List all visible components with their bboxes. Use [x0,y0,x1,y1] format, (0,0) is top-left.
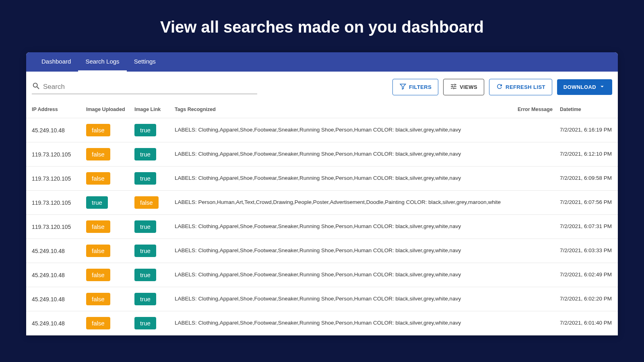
cell-uploaded: false [86,293,134,305]
table-row[interactable]: 45.249.10.48falsetrueLABELS: Clothing,Ap… [26,263,618,287]
cell-link: true [134,245,175,257]
uploaded-badge: false [86,172,110,185]
cell-datetime: 7/2/2021, 6:07:56 PM [560,199,612,206]
cell-datetime: 7/2/2021, 6:02:49 PM [560,271,612,278]
link-badge: false [134,196,159,209]
filters-label: FILTERS [409,84,431,90]
tab-search-logs[interactable]: Search Logs [78,52,126,72]
cell-link: true [134,293,175,305]
cell-datetime: 7/2/2021, 6:07:31 PM [560,223,612,230]
refresh-icon [496,83,503,91]
cell-uploaded: false [86,317,134,329]
link-badge: true [134,293,156,305]
refresh-label: REFRESH LIST [506,84,545,90]
cell-ip: 119.73.120.105 [32,200,86,206]
table-row[interactable]: 45.249.10.48falsetrueLABELS: Clothing,Ap… [26,118,618,142]
cell-ip: 119.73.120.105 [32,175,86,182]
uploaded-badge: false [86,293,110,305]
cell-datetime: 7/2/2021, 6:12:10 PM [560,150,612,158]
link-badge: true [134,172,156,185]
uploaded-badge: false [86,317,110,329]
cell-ip: 119.73.120.105 [32,224,86,230]
download-button[interactable]: DOWNLOAD [557,79,612,95]
uploaded-badge: false [86,245,110,257]
link-badge: true [134,124,156,136]
uploaded-badge: false [86,269,110,281]
filter-icon [399,83,407,91]
table-row[interactable]: 119.73.120.105truefalseLABELS: Person,Hu… [26,191,618,215]
views-label: VIEWS [460,84,477,90]
table-row[interactable]: 45.249.10.48falsetrueLABELS: Clothing,Ap… [26,287,618,311]
cell-ip: 45.249.10.48 [32,127,86,134]
link-badge: true [134,220,156,233]
cell-datetime: 7/2/2021, 6:01:40 PM [560,319,612,327]
cell-uploaded: false [86,172,134,185]
cell-tags: LABELS: Clothing,Apparel,Shoe,Footwear,S… [175,126,518,134]
filters-button[interactable]: FILTERS [392,79,438,95]
dashboard-card: Dashboard Search Logs Settings FILTERS V… [26,52,618,335]
cell-ip: 45.249.10.48 [32,296,86,302]
search-input[interactable] [43,83,257,91]
refresh-button[interactable]: REFRESH LIST [489,79,552,95]
table-row[interactable]: 119.73.120.105falsetrueLABELS: Clothing,… [26,142,618,167]
search-icon [32,82,43,92]
svg-marker-0 [400,84,406,89]
link-badge: true [134,317,156,329]
cell-tags: LABELS: Clothing,Apparel,Shoe,Footwear,S… [175,247,518,254]
cell-uploaded: false [86,148,134,160]
uploaded-badge: false [86,124,110,136]
cell-link: true [134,172,175,185]
toolbar: FILTERS VIEWS REFRESH LIST DOWNLOAD [26,72,618,101]
col-tags[interactable]: Tags Recognized [175,105,518,114]
download-label: DOWNLOAD [564,84,596,90]
col-datetime[interactable]: Datetime [560,105,612,114]
table-row[interactable]: 45.249.10.48falsetrueLABELS: Clothing,Ap… [26,239,618,263]
link-badge: true [134,148,156,160]
cell-tags: LABELS: Clothing,Apparel,Shoe,Footwear,S… [175,175,518,182]
col-error[interactable]: Error Message [518,105,560,114]
search-logs-table: IP Address Image Uploaded Image Link Tag… [26,101,618,335]
cell-tags: LABELS: Clothing,Apparel,Shoe,Footwear,S… [175,271,518,278]
table-row[interactable]: 119.73.120.105falsetrueLABELS: Clothing,… [26,167,618,191]
dropdown-icon [599,83,606,91]
cell-datetime: 7/2/2021, 6:09:58 PM [560,175,612,182]
cell-uploaded: false [86,269,134,281]
cell-ip: 45.249.10.48 [32,320,86,327]
tab-bar: Dashboard Search Logs Settings [26,52,618,72]
link-badge: true [134,245,156,257]
table-row[interactable]: 45.249.10.48falsetrueLABELS: Clothing,Ap… [26,311,618,335]
cell-datetime: 7/2/2021, 6:03:33 PM [560,247,612,254]
cell-datetime: 7/2/2021, 6:16:19 PM [560,126,612,134]
views-button[interactable]: VIEWS [443,79,484,95]
tab-dashboard[interactable]: Dashboard [34,52,78,72]
cell-tags: LABELS: Clothing,Apparel,Shoe,Footwear,S… [175,319,518,327]
uploaded-badge: false [86,148,110,160]
cell-link: true [134,269,175,281]
cell-link: true [134,220,175,233]
uploaded-badge: false [86,220,110,233]
col-ip[interactable]: IP Address [32,105,86,114]
page-title: View all searches made on you dashboard [0,0,644,52]
cell-datetime: 7/2/2021, 6:02:20 PM [560,295,612,302]
cell-ip: 119.73.120.105 [32,151,86,158]
table-row[interactable]: 119.73.120.105falsetrueLABELS: Clothing,… [26,215,618,239]
cell-uploaded: false [86,245,134,257]
col-uploaded[interactable]: Image Uploaded [86,105,134,114]
link-badge: true [134,269,156,281]
cell-link: true [134,124,175,136]
col-link[interactable]: Image Link [134,105,175,114]
cell-tags: LABELS: Clothing,Apparel,Shoe,Footwear,S… [175,223,518,230]
table-header: IP Address Image Uploaded Image Link Tag… [26,101,618,118]
search-field[interactable] [32,80,257,94]
tab-settings[interactable]: Settings [127,52,163,72]
cell-ip: 45.249.10.48 [32,248,86,254]
cell-uploaded: false [86,220,134,233]
cell-link: false [134,196,175,209]
cell-uploaded: true [86,196,134,209]
uploaded-badge: true [86,196,108,209]
cell-uploaded: false [86,124,134,136]
cell-link: true [134,148,175,160]
cell-link: true [134,317,175,329]
cell-tags: LABELS: Clothing,Apparel,Shoe,Footwear,S… [175,150,518,158]
tune-icon [450,83,457,91]
